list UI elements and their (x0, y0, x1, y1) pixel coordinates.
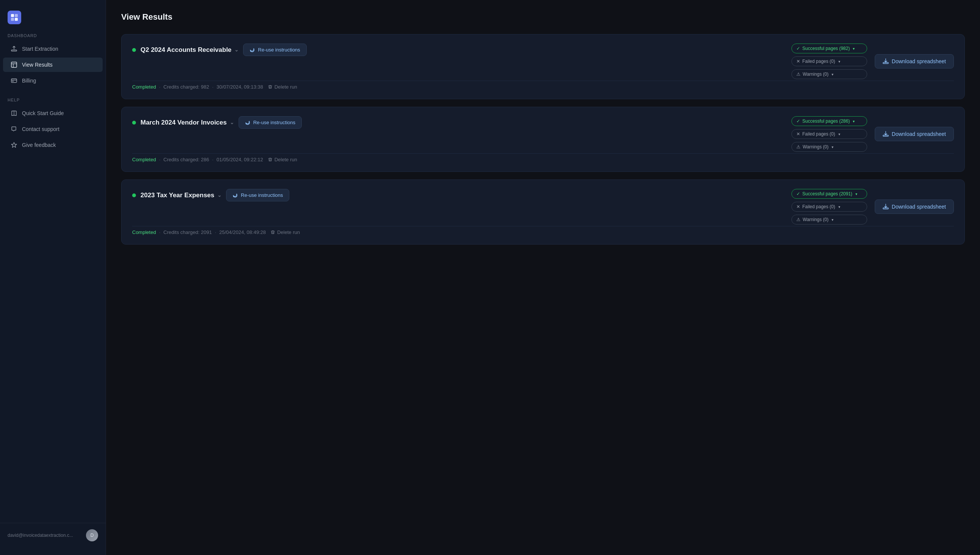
main-content: View Results Q2 2024 Accounts Receivable… (106, 0, 980, 555)
chat-icon (11, 126, 18, 133)
download-icon (883, 58, 889, 64)
svg-rect-15 (883, 208, 889, 209)
sidebar-item-start-extraction[interactable]: Start Extraction (3, 42, 103, 56)
chevron-down-icon: ▾ (838, 132, 840, 136)
warnings-badge[interactable]: ⚠ Warnings (0) ▾ (791, 215, 867, 225)
status-dot (132, 194, 136, 197)
sidebar-item-view-results[interactable]: View Results (3, 58, 103, 72)
card-footer: Completed · Credits charged: 2091 · 25/0… (132, 226, 954, 235)
svg-rect-1 (15, 14, 18, 17)
sidebar-item-quick-start[interactable]: Quick Start Guide (3, 106, 103, 120)
chevron-down-icon[interactable]: ⌄ (234, 47, 239, 53)
result-card: Q2 2024 Accounts Receivable ⌄ Re-use ins… (121, 34, 965, 99)
check-icon: ✓ (796, 119, 800, 124)
check-icon: ✓ (796, 191, 800, 196)
trash-icon (268, 157, 273, 162)
chevron-down-icon[interactable]: ⌄ (230, 120, 234, 125)
x-icon: ✕ (796, 59, 800, 64)
delete-run-button[interactable]: Delete run (270, 229, 300, 235)
download-spreadsheet-button[interactable]: Download spreadsheet (875, 54, 954, 69)
card-footer: Completed · Credits charged: 982 · 30/07… (132, 81, 954, 90)
credits-charged: Credits charged: 982 (164, 84, 209, 90)
download-spreadsheet-button[interactable]: Download spreadsheet (875, 199, 954, 214)
successful-pages-badge[interactable]: ✓ Successful pages (982) ▾ (791, 43, 867, 53)
card-icon (11, 77, 18, 84)
run-title: Q2 2024 Accounts Receivable ⌄ (141, 46, 239, 54)
run-title: 2023 Tax Year Expenses ⌄ (141, 192, 221, 199)
svg-rect-5 (11, 62, 17, 67)
svg-rect-4 (11, 50, 17, 51)
sidebar-item-label: Contact support (22, 126, 59, 132)
completed-status: Completed (132, 84, 156, 90)
svg-rect-10 (12, 81, 14, 82)
svg-rect-0 (11, 14, 14, 17)
reuse-icon (245, 120, 250, 125)
sidebar-item-give-feedback[interactable]: Give feedback (3, 138, 103, 152)
reuse-icon (233, 193, 238, 198)
sidebar-item-billing[interactable]: Billing (3, 74, 103, 88)
sidebar-item-label: Billing (22, 78, 36, 83)
badges-column: ✓ Successful pages (2091) ▾ ✕ Failed pag… (791, 189, 867, 225)
status-dot (132, 48, 136, 52)
badges-column: ✓ Successful pages (982) ▾ ✕ Failed page… (791, 43, 867, 79)
result-card: March 2024 Vendor Invoices ⌄ Re-use inst… (121, 107, 965, 172)
chevron-down-icon: ▾ (853, 47, 855, 51)
svg-rect-8 (11, 79, 17, 83)
reuse-icon (250, 47, 255, 53)
upload-icon (11, 45, 18, 52)
credits-charged: Credits charged: 2091 (164, 229, 212, 235)
warning-icon: ⚠ (796, 72, 800, 77)
warning-icon: ⚠ (796, 217, 800, 222)
completed-status: Completed (132, 229, 156, 235)
chevron-down-icon: ▾ (838, 205, 840, 209)
chevron-down-icon: ▾ (832, 72, 834, 77)
download-spreadsheet-button[interactable]: Download spreadsheet (875, 127, 954, 141)
reuse-instructions-button[interactable]: Re-use instructions (243, 43, 306, 56)
user-profile[interactable]: david@invoicedataextraction.c... D (0, 523, 106, 547)
download-icon (883, 131, 889, 137)
svg-rect-13 (883, 63, 889, 64)
check-icon: ✓ (796, 46, 800, 51)
x-icon: ✕ (796, 132, 800, 137)
chevron-down-icon: ▾ (855, 192, 857, 196)
warnings-badge[interactable]: ⚠ Warnings (0) ▾ (791, 142, 867, 152)
timestamp: 25/04/2024, 08:49:28 (219, 229, 266, 235)
chevron-down-icon[interactable]: ⌄ (217, 192, 221, 198)
chevron-down-icon: ▾ (832, 145, 834, 149)
warning-icon: ⚠ (796, 144, 800, 149)
failed-pages-badge[interactable]: ✕ Failed pages (0) ▾ (791, 202, 867, 212)
table-icon (11, 61, 18, 68)
svg-marker-12 (11, 142, 17, 148)
credits-charged: Credits charged: 286 (164, 157, 209, 162)
reuse-instructions-button[interactable]: Re-use instructions (239, 116, 302, 129)
failed-pages-badge[interactable]: ✕ Failed pages (0) ▾ (791, 56, 867, 66)
sidebar: Dashboard Start Extraction View Results (0, 0, 106, 555)
dashboard-label: Dashboard (0, 33, 106, 41)
delete-run-button[interactable]: Delete run (268, 84, 297, 90)
result-card: 2023 Tax Year Expenses ⌄ Re-use instruct… (121, 180, 965, 245)
status-dot (132, 121, 136, 125)
reuse-instructions-button[interactable]: Re-use instructions (226, 189, 289, 201)
successful-pages-badge[interactable]: ✓ Successful pages (286) ▾ (791, 116, 867, 126)
sidebar-item-label: View Results (22, 62, 53, 68)
successful-pages-badge[interactable]: ✓ Successful pages (2091) ▾ (791, 189, 867, 199)
sidebar-item-label: Start Extraction (22, 46, 58, 52)
completed-status: Completed (132, 157, 156, 162)
avatar: D (86, 529, 98, 541)
badges-column: ✓ Successful pages (286) ▾ ✕ Failed page… (791, 116, 867, 152)
delete-run-button[interactable]: Delete run (268, 157, 297, 162)
failed-pages-badge[interactable]: ✕ Failed pages (0) ▾ (791, 129, 867, 139)
sidebar-item-contact-support[interactable]: Contact support (3, 122, 103, 136)
star-icon (11, 141, 18, 148)
logo-area (0, 8, 106, 33)
chevron-down-icon: ▾ (838, 59, 840, 64)
download-icon (883, 204, 889, 210)
run-title: March 2024 Vendor Invoices ⌄ (141, 119, 234, 127)
svg-rect-2 (11, 18, 14, 21)
chevron-down-icon: ▾ (853, 119, 855, 124)
x-icon: ✕ (796, 204, 800, 209)
warnings-badge[interactable]: ⚠ Warnings (0) ▾ (791, 69, 867, 79)
svg-rect-14 (883, 135, 889, 136)
timestamp: 01/05/2024, 09:22:12 (217, 157, 263, 162)
chevron-down-icon: ▾ (832, 218, 834, 222)
